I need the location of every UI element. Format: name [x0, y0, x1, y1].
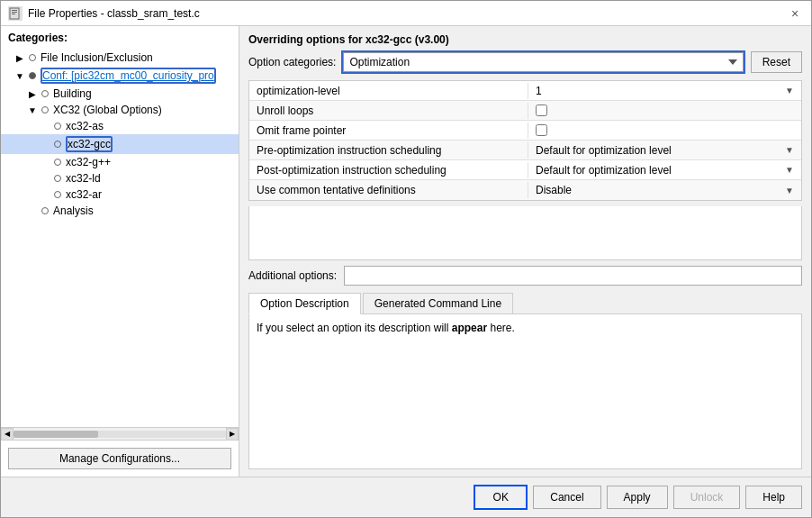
tab-generated-command-line-label: Generated Command Line [374, 297, 501, 310]
svg-rect-2 [12, 12, 17, 13]
opt-name-optimization-level: optimization-level [249, 83, 528, 99]
option-row-common-tentative: Use common tentative definitions Disable… [249, 180, 801, 200]
ok-button[interactable]: OK [474, 485, 528, 510]
file-properties-dialog: File Properties - classb_sram_test.c × C… [0, 0, 812, 518]
opt-name-post-opt: Post-optimization instruction scheduling [249, 162, 528, 178]
opt-value-common-tentative[interactable]: Disable ▼ [528, 182, 801, 198]
additional-options-input[interactable] [344, 266, 802, 286]
label-xc32-global: XC32 (Global Options) [53, 104, 162, 116]
opt-value-text-post-opt: Default for optimization level [536, 164, 672, 177]
main-content: Categories: ▶ File Inclusion/Exclusion ▼… [1, 26, 811, 477]
options-table: optimization-level 1 ▼ Unroll loops Omit… [248, 80, 802, 201]
opt-name-pre-opt: Pre-optimization instruction scheduling [249, 142, 528, 159]
dropdown-arrow-post-opt[interactable]: ▼ [785, 165, 794, 175]
checkbox-unroll-loops[interactable] [536, 105, 547, 116]
opt-name-common-tentative: Use common tentative definitions [249, 182, 528, 198]
expand-icon-xc32-gpp [39, 156, 51, 168]
circle-icon-xc32-gpp [51, 156, 64, 168]
circle-icon-building [39, 87, 51, 100]
tree-item-conf[interactable]: ▼ Conf: [pic32cm_mc00_curiosity_pro [1, 66, 239, 86]
tree-item-xc32-global[interactable]: ▼ XC32 (Global Options) [1, 102, 239, 118]
tabs-row: Option Description Generated Command Lin… [248, 293, 802, 314]
opt-value-text-pre-opt: Default for optimization level [536, 144, 672, 157]
expand-icon-conf[interactable]: ▼ [14, 69, 26, 82]
close-button[interactable]: × [786, 5, 804, 23]
opt-value-post-opt[interactable]: Default for optimization level ▼ [528, 162, 801, 178]
dropdown-arrow-pre-opt[interactable]: ▼ [785, 145, 794, 155]
tree-item-xc32-ld[interactable]: xc32-ld [1, 170, 239, 186]
cancel-button[interactable]: Cancel [533, 486, 600, 509]
bottom-bar: OK Cancel Apply Unlock Help [1, 477, 811, 517]
opt-value-text-optimization-level: 1 [536, 85, 542, 97]
label-analysis: Analysis [53, 204, 94, 217]
expand-icon-xc32-global[interactable]: ▼ [26, 104, 39, 116]
dialog-title: File Properties - classb_sram_test.c [28, 7, 200, 20]
circle-icon-xc32-as [51, 120, 64, 132]
option-categories-row: Option categories: Optimization General … [248, 51, 802, 73]
tree-container[interactable]: ▶ File Inclusion/Exclusion ▼ Conf: [pic3… [1, 48, 239, 427]
option-row-unroll-loops: Unroll loops [249, 101, 801, 121]
empty-options-area [248, 206, 802, 260]
circle-icon-xc32-gcc [51, 138, 64, 150]
title-bar: File Properties - classb_sram_test.c × [1, 1, 811, 26]
tree-item-building[interactable]: ▶ Building [1, 86, 239, 102]
tab-option-description[interactable]: Option Description [248, 293, 361, 314]
tab-option-description-label: Option Description [260, 297, 349, 310]
tab-generated-command-line[interactable]: Generated Command Line [363, 293, 513, 314]
scroll-right-btn[interactable]: ▶ [226, 428, 239, 441]
dropdown-arrow-common-tentative[interactable]: ▼ [785, 186, 794, 195]
title-bar-left: File Properties - classb_sram_test.c [8, 6, 200, 21]
manage-btn-area: Manage Configurations... [1, 440, 239, 477]
option-row-omit-frame-pointer: Omit frame pointer [249, 121, 801, 141]
overriding-title: Overriding options for xc32-gcc (v3.00) [248, 33, 802, 46]
circle-icon-analysis [39, 204, 51, 217]
tree-item-xc32-gcc[interactable]: xc32-gcc [1, 134, 239, 154]
label-conf[interactable]: Conf: [pic32cm_mc00_curiosity_pro [41, 68, 216, 84]
expand-icon-analysis [26, 204, 39, 217]
circle-icon-xc32-ld [51, 172, 64, 185]
scroll-thumb[interactable] [14, 431, 98, 438]
tree-item-file-inclusion[interactable]: ▶ File Inclusion/Exclusion [1, 50, 239, 66]
opt-value-omit-frame-pointer [528, 123, 801, 138]
categories-label: Categories: [1, 26, 239, 48]
circle-icon-xc32-ar [51, 188, 64, 201]
tree-item-analysis[interactable]: Analysis [1, 203, 239, 219]
circle-icon-xc32-global [39, 104, 51, 116]
opt-value-pre-opt[interactable]: Default for optimization level ▼ [528, 142, 801, 159]
expand-icon-building[interactable]: ▶ [26, 87, 39, 100]
svg-rect-3 [12, 14, 15, 14]
reset-button[interactable]: Reset [751, 51, 802, 73]
tree-item-xc32-as[interactable]: xc32-as [1, 118, 239, 134]
dropdown-arrow-optimization-level[interactable]: ▼ [785, 86, 794, 95]
description-text: If you select an option its description … [257, 322, 515, 334]
circle-icon-file-inclusion [26, 51, 39, 64]
label-xc32-gcc: xc32-gcc [66, 136, 113, 152]
apply-button[interactable]: Apply [607, 486, 668, 509]
additional-options-row: Additional options: [248, 266, 802, 286]
opt-value-optimization-level[interactable]: 1 ▼ [528, 83, 801, 99]
checkbox-omit-frame-pointer[interactable] [536, 124, 547, 136]
horizontal-scrollbar[interactable]: ◀ ▶ [1, 427, 239, 440]
left-panel: Categories: ▶ File Inclusion/Exclusion ▼… [1, 26, 239, 477]
tree-item-xc32-gpp[interactable]: xc32-g++ [1, 154, 239, 170]
label-xc32-ld: xc32-ld [66, 172, 101, 185]
label-xc32-ar: xc32-ar [66, 188, 102, 201]
unlock-button[interactable]: Unlock [673, 486, 741, 509]
label-file-inclusion: File Inclusion/Exclusion [41, 51, 153, 64]
expand-icon-file-inclusion[interactable]: ▶ [14, 51, 26, 64]
manage-configurations-button[interactable]: Manage Configurations... [8, 448, 231, 469]
right-panel: Overriding options for xc32-gcc (v3.00) … [239, 26, 811, 477]
label-building: Building [53, 87, 92, 100]
description-area: If you select an option its description … [248, 314, 802, 469]
expand-icon-xc32-ld [39, 172, 51, 185]
opt-name-unroll-loops: Unroll loops [249, 103, 528, 119]
option-row-post-opt: Post-optimization instruction scheduling… [249, 160, 801, 180]
help-button[interactable]: Help [745, 486, 802, 509]
option-categories-select[interactable]: Optimization General Preprocessing Warni… [343, 52, 743, 72]
expand-icon-xc32-ar [39, 188, 51, 201]
tree-item-xc32-ar[interactable]: xc32-ar [1, 186, 239, 203]
scroll-track[interactable] [14, 431, 226, 438]
expand-icon-xc32-as [39, 120, 51, 132]
scroll-left-btn[interactable]: ◀ [1, 428, 14, 441]
svg-rect-1 [12, 10, 17, 11]
